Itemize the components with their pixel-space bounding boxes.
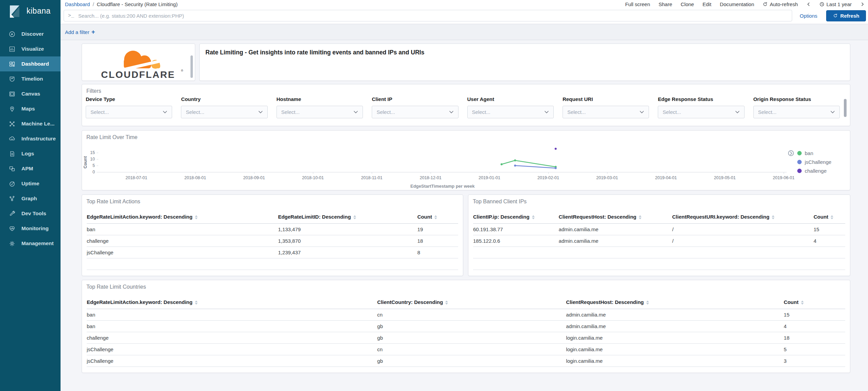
column-header[interactable]: EdgeRateLimitAction.keyword: Descending (87, 296, 377, 309)
add-filter-button[interactable]: Add a filter + (65, 29, 95, 35)
refresh-button[interactable]: Refresh (826, 10, 866, 21)
sidebar-item-uptime[interactable]: Uptime (0, 176, 61, 191)
top-rate-limit-actions-panel: Top Rate Limit Actions EdgeRateLimitActi… (82, 194, 463, 276)
table-cell: challenge (87, 332, 377, 343)
legend-item-ban[interactable]: ban (797, 149, 831, 157)
sidebar-item-apm[interactable]: APM (0, 161, 61, 176)
column-header[interactable]: ClientRequestURI.keyword: Descending (672, 210, 814, 223)
sidebar-item-label: Maps (21, 106, 35, 112)
topnav-time-range[interactable]: Last 1 year (819, 1, 852, 7)
dashboard-content: CLOUDFLARE ® Rate Limiting - Get insight… (61, 40, 868, 391)
rate-limit-chart: 0510152018-07-012018-08-012018-09-012018… (82, 140, 850, 190)
kibana-app: kibana DiscoverVisualizeDashboardTimelio… (0, 0, 868, 391)
table-row: jsChallengegblogin.camilia.me3 (87, 355, 845, 367)
svg-text:2018-09-01: 2018-09-01 (243, 175, 265, 180)
sidebar-item-canvas[interactable]: Canvas (0, 86, 61, 101)
legend-expand-icon[interactable] (788, 150, 794, 156)
table-cell: jsChallenge (87, 247, 278, 258)
filter-select-client-ip[interactable]: Select... (372, 106, 458, 118)
sidebar-item-monitoring[interactable]: Monitoring (0, 221, 61, 236)
sidebar-item-label: Monitoring (21, 225, 49, 232)
visualize-icon (9, 46, 16, 53)
sidebar-item-label: Discover (21, 31, 44, 37)
column-header[interactable]: Count (417, 210, 458, 223)
filter-label: Origin Response Status (753, 96, 840, 102)
sidebar-item-timelion[interactable]: Timelion (0, 71, 61, 86)
sidebar-item-dashboard[interactable]: Dashboard (0, 56, 61, 71)
table-cell: admin.camilia.me (566, 320, 784, 332)
svg-text:2019-02-01: 2019-02-01 (537, 175, 559, 180)
topnav-edit[interactable]: Edit (702, 1, 711, 7)
column-header[interactable]: EdgeRateLimitAction.keyword: Descending (87, 210, 278, 223)
topnav-next-time-chevron[interactable] (860, 2, 865, 7)
sidebar-item-label: APM (21, 166, 33, 172)
svg-text:2019-04-01: 2019-04-01 (655, 175, 677, 180)
table-cell: login.camilia.me (566, 343, 784, 355)
table-cell: 4 (784, 320, 845, 332)
column-header[interactable]: Count (814, 210, 845, 223)
filter-select-request-uri[interactable]: Select... (563, 106, 649, 118)
column-header[interactable]: Count (784, 296, 845, 309)
column-header[interactable]: ClientRequestHost: Descending (566, 296, 784, 309)
legend-item-jsChallenge[interactable]: jsChallenge (797, 157, 831, 166)
kibana-logo[interactable]: kibana (0, 0, 61, 22)
sidebar-item-discover[interactable]: Discover (0, 27, 61, 41)
query-bar: >_ Search... (e.g. status:200 AND extens… (61, 7, 868, 24)
topnav-full-screen[interactable]: Full screen (625, 1, 650, 7)
select-placeholder: Select... (472, 109, 490, 115)
table-cell: / (672, 223, 814, 235)
sidebar-item-logs[interactable]: Logs (0, 146, 61, 161)
table-cell: gb (377, 320, 566, 332)
rate-limit-chart-panel: Rate Limit Over Time 0510152018-07-01201… (82, 130, 850, 190)
actions-panel-title: Top Rate Limit Actions (82, 195, 463, 205)
topnav-auto-refresh[interactable]: Auto-refresh (763, 1, 798, 7)
logo-panel-scrollbar[interactable] (190, 55, 193, 78)
filter-select-user-agent[interactable]: Select... (467, 106, 554, 118)
filters-row: Device TypeSelect...CountrySelect...Host… (82, 94, 850, 118)
table-cell: ban (87, 223, 278, 235)
filter-select-origin-response-status[interactable]: Select... (753, 106, 840, 118)
sidebar-item-maps[interactable]: Maps (0, 101, 61, 116)
sidebar-item-visualize[interactable]: Visualize (0, 41, 61, 56)
legend-item-challenge[interactable]: challenge (797, 166, 831, 175)
sidebar-item-dev-tools[interactable]: Dev Tools (0, 206, 61, 221)
topnav-prev-time-chevron[interactable] (806, 2, 811, 7)
chart-legend: banjsChallengechallenge (797, 149, 831, 175)
filter-select-country[interactable]: Select... (181, 106, 267, 118)
sidebar-item-infrastructure[interactable]: Infrastructure (0, 131, 61, 146)
plus-icon: + (91, 29, 95, 35)
topnav-clone[interactable]: Clone (681, 1, 694, 7)
uptime-icon (9, 180, 16, 187)
filter-field-request-uri: Request URISelect... (563, 96, 649, 118)
filter-select-edge-response-status[interactable]: Select... (658, 106, 744, 118)
sort-icon (532, 215, 535, 219)
svg-text:2019-03-01: 2019-03-01 (596, 175, 618, 180)
breadcrumb-dashboard-link[interactable]: Dashboard (65, 1, 90, 7)
topnav-documentation[interactable]: Documentation (720, 1, 754, 7)
empty-row (473, 258, 845, 270)
table-cell: cn (377, 309, 566, 320)
sidebar-item-label: Infrastructure (21, 136, 56, 142)
sidebar-item-management[interactable]: Management (0, 236, 61, 251)
sort-icon (831, 215, 833, 219)
table-cell: 8 (417, 247, 458, 258)
filters-panel-scrollbar[interactable] (844, 99, 847, 117)
filter-select-hostname[interactable]: Select... (277, 106, 363, 118)
table-cell: admin.camilia.me (566, 309, 784, 320)
filter-select-device-type[interactable]: Select... (86, 106, 172, 118)
column-header[interactable]: EdgeRateLimitID: Descending (278, 210, 417, 223)
table-cell: 18 (417, 235, 458, 247)
topnav-share[interactable]: Share (658, 1, 672, 7)
sidebar-item-machine-le[interactable]: Machine Le... (0, 116, 61, 131)
column-header[interactable]: ClientRequestHost: Descending (559, 210, 672, 223)
dashboard-description: Rate Limiting - Get insights into rate l… (200, 44, 850, 56)
table-row: jsChallengecnlogin.camilia.me5 (87, 343, 845, 355)
column-header[interactable]: ClientIP.ip: Descending (473, 210, 559, 223)
legend-dot (797, 160, 802, 164)
column-header[interactable]: ClientCountry: Descending (377, 296, 566, 309)
options-link[interactable]: Options (800, 13, 817, 19)
search-input[interactable]: >_ Search... (e.g. status:200 AND extens… (64, 10, 792, 21)
actions-table: EdgeRateLimitAction.keyword: DescendingE… (87, 210, 458, 270)
sidebar-item-graph[interactable]: Graph (0, 191, 61, 206)
table-cell: 185.122.0.6 (473, 235, 559, 247)
